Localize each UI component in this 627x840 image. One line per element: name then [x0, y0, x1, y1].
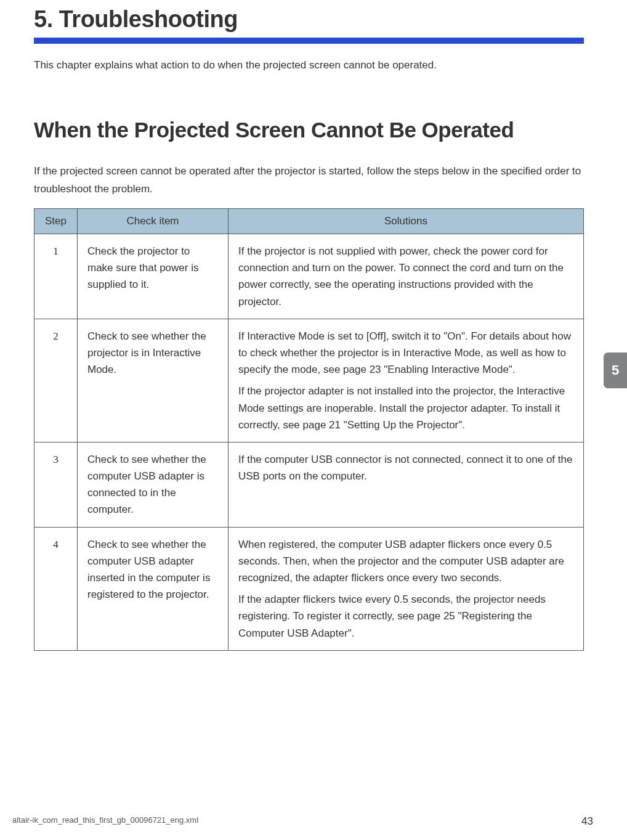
solution-text: If the projector adapter is not installe… [238, 383, 573, 433]
step-number: 1 [34, 234, 78, 319]
check-item: Check the projector to make sure that po… [78, 234, 229, 319]
col-header-step: Step [34, 209, 78, 234]
chapter-side-tab: 5 [604, 353, 627, 388]
solution-text: If Interactive Mode is set to [Off], swi… [238, 328, 573, 378]
solutions-cell: When registered, the computer USB adapte… [229, 527, 584, 650]
solution-text: When registered, the computer USB adapte… [238, 536, 573, 587]
solutions-cell: If the projector is not supplied with po… [229, 234, 584, 319]
table-row: 4 Check to see whether the computer USB … [34, 527, 584, 650]
step-number: 2 [34, 319, 78, 442]
solutions-cell: If Interactive Mode is set to [Off], swi… [229, 319, 584, 442]
footer-page-number: 43 [581, 815, 593, 828]
footer-filename: altair-ik_com_read_this_first_gb_0009672… [12, 815, 198, 828]
page-footer: altair-ik_com_read_this_first_gb_0009672… [12, 815, 593, 828]
step-number: 4 [34, 527, 78, 650]
chapter-title-underline [34, 38, 584, 44]
check-item: Check to see whether the computer USB ad… [78, 442, 229, 527]
chapter-intro: This chapter explains what action to do … [34, 57, 584, 73]
chapter-title: 5. Troubleshooting [34, 6, 584, 33]
table-row: 3 Check to see whether the computer USB … [34, 442, 584, 527]
table-row: 1 Check the projector to make sure that … [34, 234, 584, 319]
col-header-solutions: Solutions [229, 209, 584, 234]
table-row: 2 Check to see whether the projector is … [34, 319, 584, 442]
section-intro: If the projected screen cannot be operat… [34, 163, 584, 198]
solution-text: If the adapter flickers twice every 0.5 … [238, 591, 573, 642]
solutions-cell: If the computer USB connector is not con… [229, 442, 584, 527]
col-header-check: Check item [78, 209, 229, 234]
solution-text: If the computer USB connector is not con… [238, 451, 573, 484]
step-number: 3 [34, 442, 78, 527]
check-item: Check to see whether the projector is in… [78, 319, 229, 442]
solution-text: If the projector is not supplied with po… [238, 243, 573, 310]
section-title: When the Projected Screen Cannot Be Oper… [34, 116, 584, 144]
troubleshoot-table: Step Check item Solutions 1 Check the pr… [34, 208, 584, 651]
check-item: Check to see whether the computer USB ad… [78, 527, 229, 650]
